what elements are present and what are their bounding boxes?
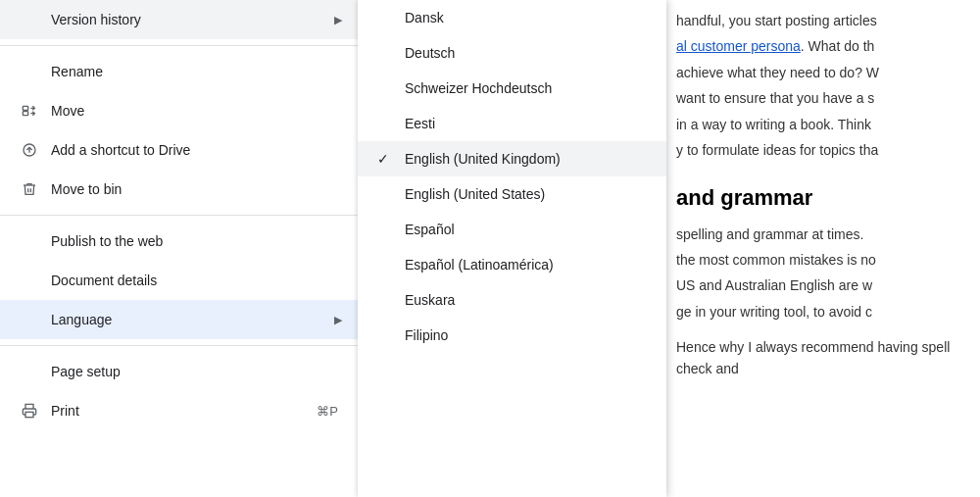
language-item-espanol-latam[interactable]: Español (Latinoamérica) (358, 247, 666, 282)
customer-persona-link[interactable]: al customer persona (676, 38, 801, 54)
svg-rect-0 (23, 106, 27, 110)
language-item-dansk[interactable]: Dansk (358, 0, 666, 35)
language-label: Español (405, 222, 455, 237)
language-item-english-us[interactable]: English (United States) (358, 176, 666, 212)
language-submenu: Dansk Deutsch Schweizer Hochdeutsch Eest… (358, 0, 666, 497)
no-icon (20, 271, 39, 290)
no-icon (20, 310, 39, 329)
no-icon (20, 362, 39, 381)
menu-item-label: Print (51, 403, 79, 419)
language-label: Schweizer Hochdeutsch (405, 80, 552, 96)
print-icon (20, 401, 39, 421)
no-icon (20, 62, 39, 81)
menu-item-label: Move (51, 103, 84, 119)
menu-item-publish[interactable]: Publish to the web (0, 222, 358, 261)
menu-item-rename[interactable]: Rename (0, 52, 358, 91)
language-label: Eesti (405, 116, 435, 131)
language-label: English (United Kingdom) (405, 151, 561, 167)
section-heading: and grammar (676, 180, 951, 215)
language-item-eesti[interactable]: Eesti (358, 106, 666, 141)
menu-item-label: Add a shortcut to Drive (51, 142, 190, 158)
menu-item-label: Document details (51, 273, 157, 288)
trash-icon (20, 179, 39, 199)
menu-item-label: Rename (51, 64, 103, 79)
language-label: Deutsch (405, 45, 455, 61)
menu-separator-2 (0, 215, 358, 216)
menu-item-print[interactable]: Print ⌘P (0, 391, 358, 430)
menu-item-version-history[interactable]: Version history (0, 0, 358, 39)
language-label: Dansk (405, 10, 444, 25)
check-mark-icon: ✓ (377, 151, 397, 167)
language-item-espanol[interactable]: Español (358, 212, 666, 247)
menu-item-label: Move to bin (51, 181, 122, 197)
menu-item-label: Publish to the web (51, 233, 163, 249)
no-icon (20, 10, 39, 29)
menu-item-page-setup[interactable]: Page setup (0, 352, 358, 391)
context-menu: Version history Rename Move Add a shortc… (0, 0, 358, 497)
menu-item-label: Page setup (51, 364, 121, 379)
menu-item-document-details[interactable]: Document details (0, 261, 358, 300)
language-label: English (United States) (405, 186, 545, 202)
menu-item-move[interactable]: Move (0, 91, 358, 130)
menu-item-label: Version history (51, 12, 141, 27)
language-label: Euskara (405, 292, 455, 308)
move-icon (20, 101, 39, 121)
svg-rect-3 (25, 412, 33, 417)
menu-item-language[interactable]: Language (0, 300, 358, 339)
svg-rect-1 (23, 112, 27, 116)
language-item-schweizer[interactable]: Schweizer Hochdeutsch (358, 71, 666, 106)
language-item-euskara[interactable]: Euskara (358, 282, 666, 318)
shortcut-icon (20, 140, 39, 160)
language-label: Filipino (405, 327, 448, 343)
language-label: Español (Latinoamérica) (405, 257, 554, 273)
menu-separator-1 (0, 45, 358, 46)
language-item-english-uk[interactable]: ✓ English (United Kingdom) (358, 141, 666, 176)
menu-item-move-to-bin[interactable]: Move to bin (0, 170, 358, 209)
no-icon (20, 231, 39, 251)
menu-item-label: Language (51, 312, 112, 327)
menu-item-shortcut[interactable]: Add a shortcut to Drive (0, 130, 358, 170)
language-item-filipino[interactable]: Filipino (358, 318, 666, 353)
language-item-deutsch[interactable]: Deutsch (358, 35, 666, 71)
print-shortcut: ⌘P (317, 404, 338, 419)
menu-separator-3 (0, 345, 358, 346)
